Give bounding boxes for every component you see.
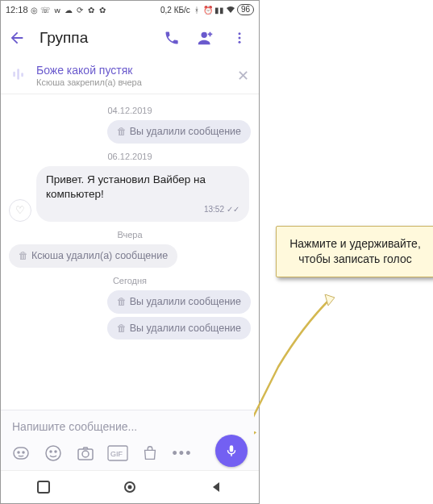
date-separator: Сегодня (9, 276, 251, 285)
read-icon: ✓✓ (227, 204, 239, 215)
svg-point-19 (127, 485, 131, 489)
deleted-message[interactable]: 🗑Вы удалили сообщение (107, 317, 251, 340)
trash-icon: 🗑 (117, 296, 127, 307)
emoji-button[interactable] (43, 443, 64, 464)
nav-recent-button[interactable] (35, 478, 52, 496)
instagram-icon: ◎ (30, 5, 40, 15)
more-button[interactable] (228, 27, 251, 49)
shop-button[interactable] (139, 443, 160, 464)
settings2-icon: ✿ (98, 5, 107, 15)
trash-icon: 🗑 (117, 323, 127, 334)
wifi-icon (226, 5, 235, 15)
trash-icon: 🗑 (117, 126, 127, 137)
svg-rect-17 (38, 481, 49, 493)
svg-point-2 (239, 37, 241, 40)
nav-home-button[interactable] (121, 478, 139, 496)
message-row: 🗑Вы удалили сообщение (9, 317, 251, 340)
cloud-icon: ☁ (64, 5, 73, 15)
svg-point-8 (18, 452, 19, 453)
gif-button[interactable]: GIF (107, 443, 128, 464)
svg-rect-4 (13, 71, 15, 77)
annotation-callout: Нажмите и удерживайте, чтобы записать го… (276, 226, 433, 277)
message-row: 🗑Вы удалили сообщение (9, 290, 251, 314)
svg-point-14 (82, 451, 89, 457)
back-button[interactable] (6, 27, 28, 49)
svg-point-0 (202, 32, 207, 38)
svg-point-10 (46, 446, 60, 460)
svg-text:GIF: GIF (110, 450, 123, 458)
svg-point-11 (50, 451, 52, 452)
deleted-message[interactable]: 🗑Вы удалили сообщение (107, 290, 251, 314)
annotation-arrow (254, 294, 335, 439)
message-input[interactable]: Напишите сообщение... (7, 415, 252, 441)
nav-back-button[interactable] (207, 478, 225, 496)
whatsapp-icon: ☏ (41, 5, 51, 15)
chat-title[interactable]: Группа (40, 29, 149, 47)
svg-point-3 (239, 41, 241, 44)
date-separator: 04.12.2019 (9, 106, 251, 115)
camera-button[interactable] (75, 443, 96, 464)
svg-rect-5 (17, 69, 19, 79)
incoming-message[interactable]: Привет. Я установил Вайбер на компьютер!… (36, 166, 249, 222)
android-nav-bar (1, 470, 259, 503)
svg-rect-7 (14, 448, 28, 459)
unpin-button[interactable]: ✕ (237, 67, 249, 85)
data-rate: 0,2 КБ/с (160, 6, 190, 15)
more-options-button[interactable]: ••• (172, 443, 193, 464)
svg-point-9 (23, 452, 24, 453)
status-time: 12:18 (6, 5, 28, 15)
signal-icon: ▮▮ (214, 5, 224, 15)
message-row: 🗑Вы удалили сообщение (9, 120, 251, 144)
message-time: 13:52 (204, 204, 224, 215)
svg-point-1 (239, 32, 241, 35)
deleted-message[interactable]: 🗑Вы удалили сообщение (107, 120, 251, 144)
sticker-button[interactable] (10, 443, 31, 464)
deleted-message[interactable]: 🗑Ксюша удалил(а) сообщение (9, 244, 177, 268)
alarm-icon: ⏰ (203, 5, 213, 15)
trash-icon: 🗑 (19, 250, 28, 261)
sync-icon: ⟳ (75, 5, 85, 15)
like-button[interactable]: ♡ (9, 199, 31, 222)
audio-bars-icon (10, 66, 27, 85)
settings-icon: ✿ (86, 5, 96, 15)
message-row: 🗑Ксюша удалил(а) сообщение (9, 244, 251, 268)
add-user-button[interactable] (194, 27, 217, 49)
pinned-message[interactable]: Боже какой пустяк Ксюша закрепил(а) вчер… (1, 57, 259, 94)
vk-icon: ᴡ (52, 5, 62, 15)
bluetooth-icon: ᚼ (192, 5, 202, 15)
svg-rect-6 (21, 73, 23, 77)
svg-point-12 (55, 451, 56, 452)
message-row: ♡ Привет. Я установил Вайбер на компьюте… (9, 166, 251, 222)
phone-frame: 12:18 ◎ ☏ ᴡ ☁ ⟳ ✿ ✿ 0,2 КБ/с ᚼ ⏰ ▮▮ 96 Г… (0, 0, 260, 504)
call-button[interactable] (160, 27, 183, 49)
voice-record-button[interactable] (215, 435, 248, 467)
battery-indicator: 96 (237, 4, 254, 15)
input-bar: Напишите сообщение... GIF ••• (1, 410, 259, 470)
chat-scroll[interactable]: 04.12.2019 🗑Вы удалили сообщение 06.12.2… (1, 94, 259, 410)
status-bar: 12:18 ◎ ☏ ᴡ ☁ ⟳ ✿ ✿ 0,2 КБ/с ᚼ ⏰ ▮▮ 96 (1, 1, 259, 19)
chat-header: Группа (1, 19, 259, 57)
date-separator: Вчера (9, 230, 251, 240)
pinned-subtitle: Ксюша закрепил(а) вчера (36, 77, 227, 87)
pinned-title: Боже какой пустяк (36, 64, 227, 77)
date-separator: 06.12.2019 (9, 152, 251, 161)
